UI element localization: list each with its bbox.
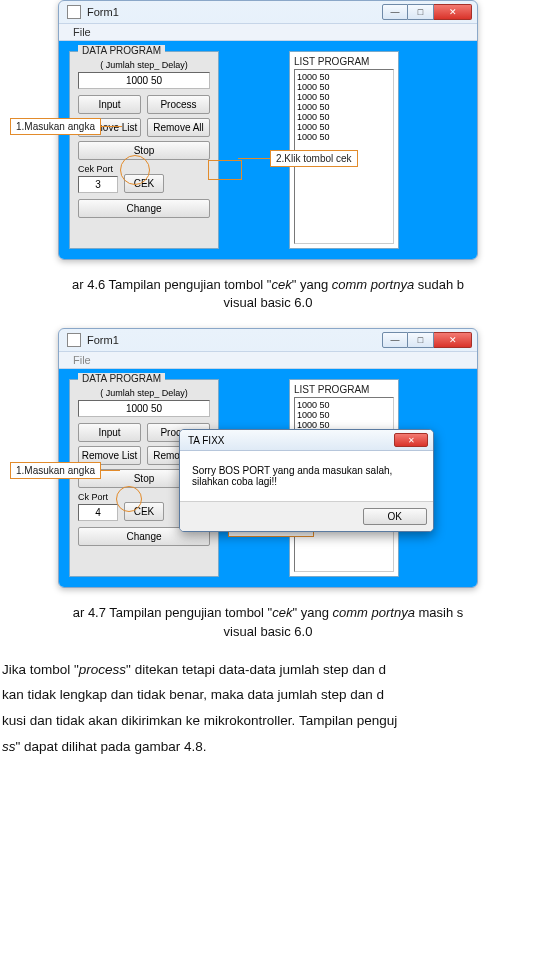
list-item: 1000 50 xyxy=(297,72,391,82)
list-item: 1000 50 xyxy=(297,92,391,102)
dialog-message: Sorry BOS PORT yang anda masukan salah, … xyxy=(180,451,433,501)
callout-2-fig46: 2.Klik tombol cek xyxy=(270,150,358,167)
process-button[interactable]: Process xyxy=(147,95,210,114)
app-icon xyxy=(67,5,81,19)
error-dialog: TA FIXX ✕ Sorry BOS PORT yang anda masuk… xyxy=(179,429,434,532)
list-program-legend: LIST PROGRAM xyxy=(294,384,394,395)
window-controls: — □ ✕ xyxy=(382,4,472,20)
callout-1-fig47: 1.Masukan angka xyxy=(10,462,101,479)
dialog-close-button[interactable]: ✕ xyxy=(394,433,428,447)
body-paragraph: Jika tombol "process" ditekan tetapi dat… xyxy=(0,657,536,760)
close-button[interactable]: ✕ xyxy=(434,332,472,348)
stop-button[interactable]: Stop xyxy=(78,141,210,160)
sublabel: ( Jumlah step_ Delay) xyxy=(78,388,210,398)
list-item: 1000 50 xyxy=(297,112,391,122)
menubar: File xyxy=(59,23,477,41)
list-item: 1000 50 xyxy=(297,410,391,420)
data-program-group: DATA PROGRAM ( Jumlah step_ Delay) 1000 … xyxy=(69,51,219,249)
menu-file[interactable]: File xyxy=(67,353,97,367)
input-button[interactable]: Input xyxy=(78,95,141,114)
list-item: 1000 50 xyxy=(297,82,391,92)
figure-4-7-caption: ar 4.7 Tampilan pengujian tombol "cek" y… xyxy=(4,604,532,640)
app-window-fig47: Form1 — □ ✕ File DATA PROGRAM ( Jumlah s… xyxy=(58,328,478,588)
sublabel: ( Jumlah step_ Delay) xyxy=(78,60,210,70)
list-item: 1000 50 xyxy=(297,122,391,132)
window-title: Form1 xyxy=(87,6,119,18)
list-program-legend: LIST PROGRAM xyxy=(294,56,394,67)
menu-file[interactable]: File xyxy=(67,25,97,39)
minimize-button[interactable]: — xyxy=(382,332,408,348)
maximize-button[interactable]: □ xyxy=(408,4,434,20)
titlebar: Form1 — □ ✕ xyxy=(59,1,477,23)
callout-1-fig46: 1.Masukan angka xyxy=(10,118,101,135)
figure-4-7: 1.Masukan angka 2.klik tombol cek Form1 … xyxy=(0,328,536,596)
data-program-legend: DATA PROGRAM xyxy=(78,373,165,384)
cek-button[interactable]: CEK xyxy=(124,502,164,521)
window-controls: — □ ✕ xyxy=(382,332,472,348)
figure-4-6-caption: ar 4.6 Tampilan pengujian tombol "cek" y… xyxy=(4,276,532,312)
window-title: Form1 xyxy=(87,334,119,346)
input-button[interactable]: Input xyxy=(78,423,141,442)
figure-4-6: 1.Masukan angka 2.Klik tombol cek Form1 … xyxy=(0,0,536,268)
maximize-button[interactable]: □ xyxy=(408,332,434,348)
remove-all-button[interactable]: Remove All xyxy=(147,118,210,137)
menubar: File xyxy=(59,351,477,369)
port-input[interactable]: 4 xyxy=(78,504,118,521)
port-input[interactable]: 3 xyxy=(78,176,118,193)
list-item: 1000 50 xyxy=(297,132,391,142)
cek-button[interactable]: CEK xyxy=(124,174,164,193)
client-area: DATA PROGRAM ( Jumlah step_ Delay) 1000 … xyxy=(59,41,477,259)
client-area: DATA PROGRAM ( Jumlah step_ Delay) 1000 … xyxy=(59,369,477,587)
data-program-legend: DATA PROGRAM xyxy=(78,45,165,56)
close-button[interactable]: ✕ xyxy=(434,4,472,20)
port-label: Cek Port xyxy=(78,164,118,174)
titlebar: Form1 — □ ✕ xyxy=(59,329,477,351)
app-window-fig46: Form1 — □ ✕ File DATA PROGRAM ( Jumlah s… xyxy=(58,0,478,260)
app-icon xyxy=(67,333,81,347)
step-delay-input[interactable]: 1000 50 xyxy=(78,400,210,417)
change-button[interactable]: Change xyxy=(78,199,210,218)
minimize-button[interactable]: — xyxy=(382,4,408,20)
list-item: 1000 50 xyxy=(297,400,391,410)
dialog-ok-button[interactable]: OK xyxy=(363,508,427,525)
list-item: 1000 50 xyxy=(297,102,391,112)
port-label: Ck Port xyxy=(78,492,118,502)
step-delay-input[interactable]: 1000 50 xyxy=(78,72,210,89)
dialog-title: TA FIXX xyxy=(188,435,225,446)
